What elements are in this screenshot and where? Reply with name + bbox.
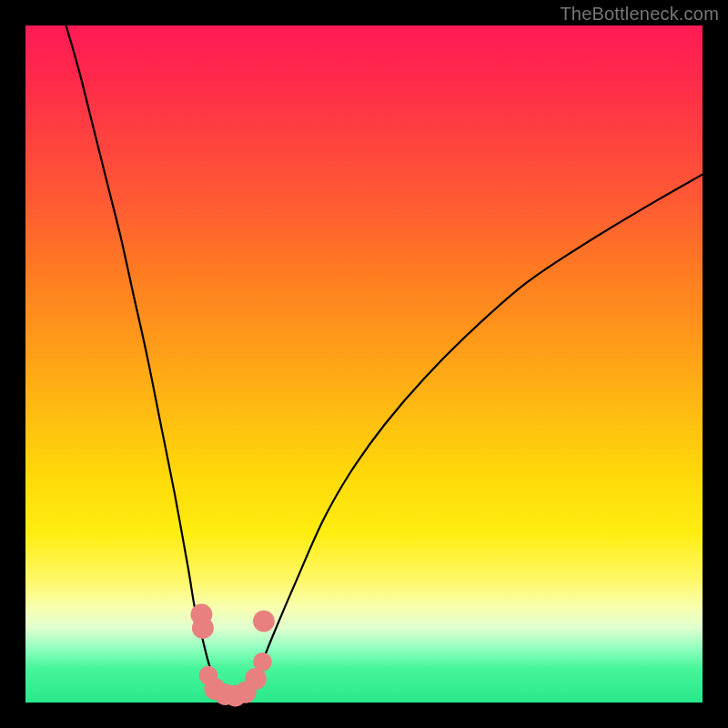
chart-svg <box>25 25 703 703</box>
plot-area <box>25 25 703 703</box>
curve-marker <box>253 652 272 672</box>
left-branch-path <box>66 25 222 696</box>
right-branch-path <box>249 175 703 696</box>
curve-marker <box>253 611 275 632</box>
marker-group <box>191 603 275 706</box>
outer-frame: TheBottleneck.com <box>0 0 728 728</box>
curve-marker <box>191 603 213 625</box>
watermark-text: TheBottleneck.com <box>560 4 719 25</box>
